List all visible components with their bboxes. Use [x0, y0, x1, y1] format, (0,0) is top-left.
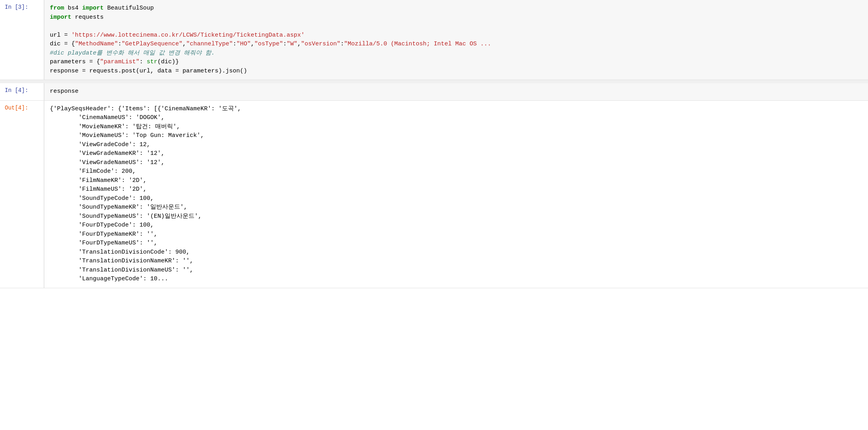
code-line: #dic playdate를 변수화 해서 매일 값 변경 해줘야 함.: [50, 49, 862, 58]
code-line: import requests: [50, 13, 862, 22]
output-line: {'PlaySeqsHeader': {'Items': [{'CinemaNa…: [50, 105, 862, 114]
output-line: 'SoundTypeNameKR': '일반사운드',: [50, 203, 862, 212]
output-line: 'MovieNameUS': 'Top Gun: Maverick',: [50, 131, 862, 141]
notebook: In [3]: from bs4 import BeautifulSoup im…: [0, 0, 868, 430]
code-line: from bs4 import BeautifulSoup: [50, 4, 862, 13]
output-line: 'TranslationDivisionCode': 900,: [50, 248, 862, 257]
cell-code-3[interactable]: from bs4 import BeautifulSoup import req…: [44, 0, 868, 80]
output-line: 'ViewGradeNameUS': '12',: [50, 158, 862, 168]
output-line: 'FilmCode': 200,: [50, 167, 862, 176]
output-line: 'FourDTypeNameKR': '',: [50, 230, 862, 239]
code-line: [50, 22, 862, 31]
output-line: 'LanguageTypeCode': 10...: [50, 275, 862, 284]
cell-code-4[interactable]: response: [44, 83, 868, 100]
code-line: url = 'https://www.lottecinema.co.kr/LCW…: [50, 31, 862, 40]
code-line: response: [50, 87, 862, 96]
output-line: 'ViewGradeNameKR': '12',: [50, 149, 862, 158]
cell-output-4: Out[4]: {'PlaySeqsHeader': {'Items': [{'…: [0, 101, 868, 288]
output-line: 'FilmNameKR': '2D',: [50, 176, 862, 186]
output-line: 'MovieNameKR': '탑건: 매버릭',: [50, 123, 862, 132]
code-line: parameters = {"paramList": str(dic)}: [50, 58, 862, 67]
output-line: 'SoundTypeNameUS': '(EN)일반사운드',: [50, 212, 862, 221]
cell-input-3[interactable]: In [3]: from bs4 import BeautifulSoup im…: [0, 0, 868, 80]
code-line: dic = {"MethodName":"GetPlaySequence","c…: [50, 40, 862, 49]
scrollbar[interactable]: [0, 80, 868, 83]
output-line: 'FourDTypeCode': 100,: [50, 221, 862, 230]
output-line: 'TranslationDivisionNameUS': '',: [50, 266, 862, 275]
cell-output-content-4: {'PlaySeqsHeader': {'Items': [{'CinemaNa…: [44, 101, 868, 288]
cell-label-out4: Out[4]:: [0, 101, 44, 288]
output-line: 'ViewGradeCode': 12,: [50, 141, 862, 150]
output-line: 'SoundTypeCode': 100,: [50, 194, 862, 203]
code-line: response = requests.post(url, data = par…: [50, 67, 862, 76]
output-line: 'TranslationDivisionNameKR': '',: [50, 257, 862, 266]
cell-label-3: In [3]:: [0, 0, 44, 80]
cell-input-4[interactable]: In [4]: response: [0, 83, 868, 101]
output-line: 'FilmNameUS': '2D',: [50, 185, 862, 194]
output-line: 'CinemaNameUS': 'DOGOK',: [50, 113, 862, 123]
output-line: 'FourDTypeNameUS': '',: [50, 239, 862, 248]
cell-label-4: In [4]:: [0, 83, 44, 100]
